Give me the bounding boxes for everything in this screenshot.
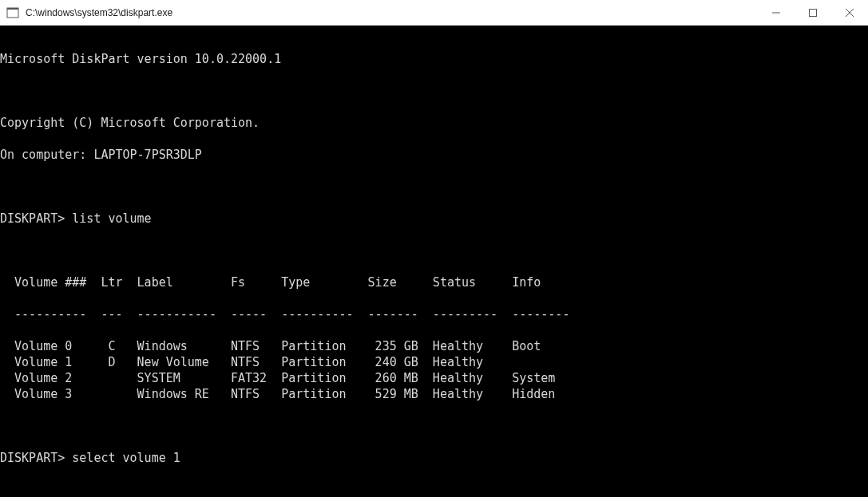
table-row: Volume 0 C Windows NTFS Partition 235 GB… xyxy=(0,338,868,354)
maximize-button[interactable] xyxy=(795,0,831,26)
table-row: Volume 2 SYSTEM FAT32 Partition 260 MB H… xyxy=(0,370,868,386)
blank-line xyxy=(0,179,868,195)
prompt-list-volume: DISKPART> list volume xyxy=(0,211,868,227)
titlebar[interactable]: C:\windows\system32\diskpart.exe xyxy=(0,0,868,26)
prompt-select-volume: DISKPART> select volume 1 xyxy=(0,450,868,466)
terminal-output[interactable]: Microsoft DiskPart version 10.0.22000.1 … xyxy=(0,26,868,497)
diskpart-window: C:\windows\system32\diskpart.exe Microso… xyxy=(0,0,868,497)
close-button[interactable] xyxy=(831,0,868,26)
svg-rect-3 xyxy=(810,10,817,17)
blank-line xyxy=(0,243,868,258)
blank-line xyxy=(0,482,868,497)
blank-line xyxy=(0,418,868,434)
minimize-button[interactable] xyxy=(758,0,795,26)
app-icon xyxy=(6,6,19,19)
window-controls xyxy=(758,0,868,25)
table-header: Volume ### Ltr Label Fs Type Size Status… xyxy=(0,274,868,290)
table-divider: ---------- --- ----------- ----- -------… xyxy=(0,306,868,322)
table-row: Volume 1 D New Volume NTFS Partition 240… xyxy=(0,354,868,370)
window-title: C:\windows\system32\diskpart.exe xyxy=(26,0,758,26)
version-line: Microsoft DiskPart version 10.0.22000.1 xyxy=(0,51,868,67)
computer-line: On computer: LAPTOP-7PSR3DLP xyxy=(0,147,868,163)
table-row: Volume 3 Windows RE NTFS Partition 529 M… xyxy=(0,386,868,402)
copyright-line: Copyright (C) Microsoft Corporation. xyxy=(0,115,868,131)
svg-rect-1 xyxy=(7,8,18,10)
blank-line xyxy=(0,83,868,99)
